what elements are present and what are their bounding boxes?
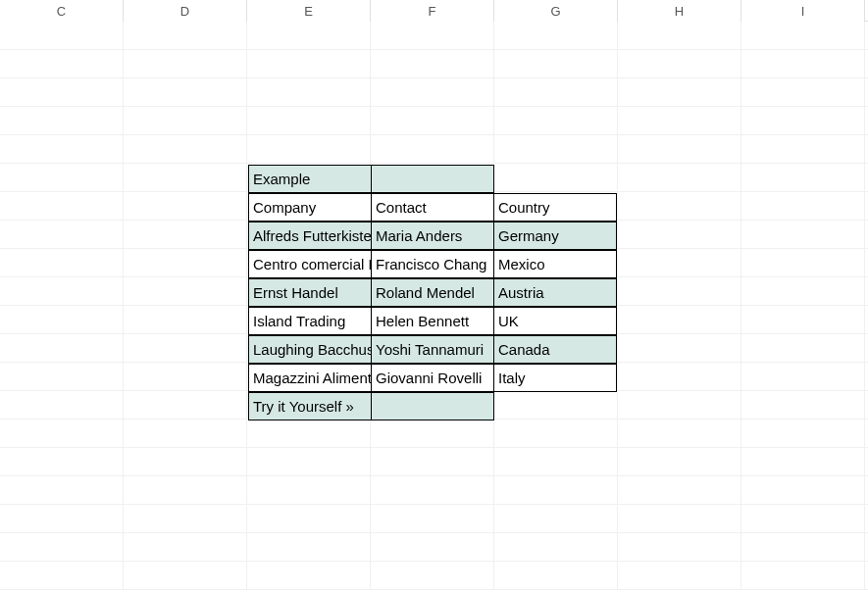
header-cell[interactable]: Country bbox=[493, 193, 617, 222]
grid-cell[interactable] bbox=[0, 448, 124, 476]
grid-cell[interactable] bbox=[741, 192, 865, 221]
grid-cell[interactable] bbox=[124, 164, 247, 192]
grid-cell[interactable] bbox=[618, 562, 741, 590]
grid-cell[interactable] bbox=[0, 420, 124, 448]
grid-cell[interactable] bbox=[618, 78, 741, 107]
grid-cell[interactable] bbox=[741, 505, 865, 533]
grid-cell[interactable] bbox=[0, 306, 124, 334]
grid-cell[interactable] bbox=[371, 562, 494, 590]
grid-cell[interactable] bbox=[0, 135, 124, 164]
grid-cell[interactable] bbox=[741, 448, 865, 476]
grid-cell[interactable] bbox=[494, 107, 618, 135]
grid-cell[interactable] bbox=[0, 164, 124, 192]
grid-cell[interactable] bbox=[741, 306, 865, 334]
data-cell[interactable]: Maria Anders bbox=[371, 222, 494, 250]
data-cell[interactable]: Ernst Handel bbox=[248, 278, 372, 307]
grid-cell[interactable] bbox=[741, 78, 865, 107]
grid-cell[interactable] bbox=[124, 363, 247, 391]
grid-cell[interactable] bbox=[618, 533, 741, 562]
grid-cell[interactable] bbox=[247, 476, 371, 505]
grid-cell[interactable] bbox=[741, 562, 865, 590]
grid-cell[interactable] bbox=[247, 50, 371, 78]
grid-cell[interactable] bbox=[371, 420, 494, 448]
grid-cell[interactable] bbox=[0, 363, 124, 391]
grid-cell[interactable] bbox=[371, 448, 494, 476]
data-cell[interactable]: UK bbox=[493, 307, 617, 335]
grid-cell[interactable] bbox=[0, 334, 124, 363]
grid-cell[interactable] bbox=[371, 22, 494, 50]
data-cell[interactable]: Centro comercial Moctezuma bbox=[248, 250, 372, 278]
grid-cell[interactable] bbox=[124, 249, 247, 277]
grid-cell[interactable] bbox=[741, 533, 865, 562]
grid-cell[interactable] bbox=[247, 107, 371, 135]
grid-cell[interactable] bbox=[371, 476, 494, 505]
data-cell[interactable]: Island Trading bbox=[248, 307, 372, 335]
data-cell[interactable]: Magazzini Alimentari Riuniti bbox=[248, 364, 372, 392]
grid-cell[interactable] bbox=[247, 22, 371, 50]
grid-cell[interactable] bbox=[494, 22, 618, 50]
grid-cell[interactable] bbox=[0, 533, 124, 562]
grid-cell[interactable] bbox=[247, 562, 371, 590]
grid-cell[interactable] bbox=[0, 221, 124, 249]
grid-cell[interactable] bbox=[124, 476, 247, 505]
grid-cell[interactable] bbox=[618, 476, 741, 505]
grid-cell[interactable] bbox=[0, 50, 124, 78]
grid-cell[interactable] bbox=[741, 50, 865, 78]
grid-cell[interactable] bbox=[741, 221, 865, 249]
grid-cell[interactable] bbox=[0, 22, 124, 50]
grid-cell[interactable] bbox=[494, 562, 618, 590]
data-cell[interactable]: Roland Mendel bbox=[371, 278, 494, 307]
grid-cell[interactable] bbox=[0, 505, 124, 533]
col-header[interactable]: D bbox=[124, 0, 247, 22]
grid-cell[interactable] bbox=[618, 391, 741, 420]
grid-cell[interactable] bbox=[618, 249, 741, 277]
grid-cell[interactable] bbox=[494, 476, 618, 505]
grid-cell[interactable] bbox=[124, 107, 247, 135]
footer-cell[interactable]: Try it Yourself » bbox=[248, 392, 372, 420]
data-cell[interactable]: Helen Bennett bbox=[371, 307, 494, 335]
title-cell[interactable]: Example bbox=[248, 165, 372, 193]
spreadsheet-grid[interactable]: C D E F G H I Example Company Contact Co… bbox=[0, 0, 868, 593]
grid-cell[interactable] bbox=[618, 420, 741, 448]
data-cell[interactable]: Alfreds Futterkiste bbox=[248, 222, 372, 250]
grid-cell[interactable] bbox=[124, 306, 247, 334]
col-header[interactable]: F bbox=[371, 0, 494, 22]
grid-cell[interactable] bbox=[618, 221, 741, 249]
col-header[interactable]: I bbox=[741, 0, 865, 22]
grid-cell[interactable] bbox=[618, 107, 741, 135]
grid-cell[interactable] bbox=[124, 391, 247, 420]
grid-cell[interactable] bbox=[741, 107, 865, 135]
grid-cell[interactable] bbox=[124, 420, 247, 448]
grid-cell[interactable] bbox=[247, 505, 371, 533]
grid-cell[interactable] bbox=[0, 562, 124, 590]
data-cell[interactable]: Austria bbox=[493, 278, 617, 307]
grid-cell[interactable] bbox=[124, 533, 247, 562]
grid-cell[interactable] bbox=[618, 192, 741, 221]
data-cell[interactable]: Germany bbox=[493, 222, 617, 250]
grid-cell[interactable] bbox=[124, 505, 247, 533]
grid-cell[interactable] bbox=[741, 363, 865, 391]
data-cell[interactable]: Canada bbox=[493, 335, 617, 364]
grid-cell[interactable] bbox=[124, 562, 247, 590]
grid-cell[interactable] bbox=[371, 135, 494, 164]
grid-cell[interactable] bbox=[0, 249, 124, 277]
grid-cell[interactable] bbox=[618, 448, 741, 476]
grid-cell[interactable] bbox=[494, 448, 618, 476]
grid-cell[interactable] bbox=[618, 334, 741, 363]
grid-cell[interactable] bbox=[371, 50, 494, 78]
data-cell[interactable]: Giovanni Rovelli bbox=[371, 364, 494, 392]
grid-cell[interactable] bbox=[371, 78, 494, 107]
grid-cell[interactable] bbox=[247, 78, 371, 107]
grid-cell[interactable] bbox=[494, 420, 618, 448]
grid-cell[interactable] bbox=[618, 135, 741, 164]
grid-cell[interactable] bbox=[247, 420, 371, 448]
grid-cell[interactable] bbox=[741, 249, 865, 277]
grid-cell[interactable] bbox=[371, 107, 494, 135]
grid-cell[interactable] bbox=[618, 164, 741, 192]
grid-cell[interactable] bbox=[0, 476, 124, 505]
grid-cell[interactable] bbox=[741, 135, 865, 164]
empty-cell[interactable] bbox=[371, 165, 494, 193]
grid-cell[interactable] bbox=[618, 50, 741, 78]
grid-cell[interactable] bbox=[741, 22, 865, 50]
header-cell[interactable]: Contact bbox=[371, 193, 494, 222]
